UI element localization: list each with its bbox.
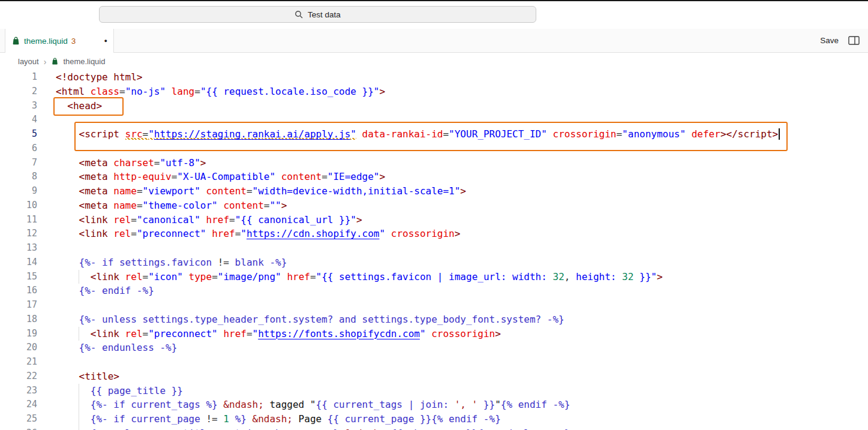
code-token: class <box>91 86 119 97</box>
tab-theme-liquid[interactable]: theme.liquid 3 ● <box>5 29 114 53</box>
code-line[interactable]: 16 {%- endif -%} <box>0 284 868 298</box>
code-token <box>56 413 91 425</box>
line-number[interactable]: 7 <box>0 156 37 170</box>
line-number[interactable]: 11 <box>0 213 37 227</box>
line-number[interactable]: 4 <box>0 113 37 127</box>
code-line[interactable]: 10 <meta name="theme-color" content=""> <box>0 199 868 213</box>
line-number[interactable]: 19 <box>0 327 37 341</box>
code-token: {{ shop.name }}{% endunless -%} <box>391 428 570 430</box>
code-token: <script <box>79 128 119 140</box>
line-number[interactable]: 20 <box>0 341 37 355</box>
code-line[interactable]: 11 <link rel="canonical" href="{{ canoni… <box>0 213 868 227</box>
code-token: {{ page_title }} <box>91 385 183 396</box>
line-number[interactable]: 14 <box>0 255 37 270</box>
line-number[interactable]: 8 <box>0 170 37 184</box>
code-token: != <box>206 413 217 425</box>
save-button[interactable]: Save <box>820 36 839 45</box>
code-token: > <box>495 328 501 339</box>
code-token <box>56 100 67 112</box>
code-editor-window: { "colors": { "annot": "#e8720e", "tag":… <box>0 0 868 430</box>
code-token: > <box>460 185 466 197</box>
code-token: crossorigin <box>431 328 495 339</box>
code-line[interactable]: 5 <script src="https://staging.rankai.ai… <box>0 127 868 142</box>
code-token: "utf-8" <box>160 157 200 169</box>
code-token: "{{ settings.favicon | image_url: width: <box>316 271 553 282</box>
chevron-right-icon: › <box>44 57 47 67</box>
code-line[interactable]: 21 <box>0 355 868 369</box>
code-token: = <box>616 128 622 140</box>
code-token: = <box>247 328 253 339</box>
code-token: > <box>380 86 386 97</box>
code-token <box>56 385 91 396</box>
code-token: {%- unless page_title contains shop.name… <box>91 428 339 430</box>
code-token <box>56 185 79 197</box>
line-number[interactable]: 17 <box>0 298 37 312</box>
code-token: <html <box>56 86 85 97</box>
code-line[interactable]: 17 <box>0 298 868 312</box>
indent-guide <box>79 384 79 398</box>
code-line[interactable]: 2<html class="no-js" lang="{{ request.lo… <box>0 85 868 99</box>
code-line[interactable]: 18 {%- unless settings.type_header_font.… <box>0 312 868 327</box>
line-number[interactable]: 24 <box>0 398 37 412</box>
code-line[interactable]: 22 <title> <box>0 369 868 384</box>
line-number[interactable]: 13 <box>0 241 37 255</box>
line-number[interactable]: 9 <box>0 184 37 199</box>
code-line[interactable]: 1<!doctype html> <box>0 70 868 85</box>
line-number[interactable]: 21 <box>0 355 37 369</box>
line-number[interactable]: 6 <box>0 142 37 156</box>
line-number[interactable]: 26 <box>0 426 37 430</box>
line-number[interactable]: 5 <box>0 127 37 142</box>
code-token <box>206 228 212 239</box>
code-token <box>56 171 79 182</box>
code-token: {% endif -%} <box>501 399 570 410</box>
code-token: > <box>356 214 362 225</box>
code-line[interactable]: 8 <meta http-equiv="X-UA-Compatible" con… <box>0 170 868 184</box>
code-line[interactable]: 20 {%- endunless -%} <box>0 341 868 355</box>
search-input[interactable]: Test data <box>99 6 536 23</box>
code-token: = <box>235 228 241 239</box>
code-token: > <box>455 228 461 239</box>
code-line[interactable]: 3 <head> <box>0 99 868 113</box>
tab-bar-actions: Save <box>820 29 868 52</box>
code-line[interactable]: 9 <meta name="viewport" content="width=d… <box>0 184 868 199</box>
code-token: content <box>281 171 322 182</box>
code-line[interactable]: 7 <meta charset="utf-8"> <box>0 156 868 170</box>
line-number[interactable]: 3 <box>0 99 37 113</box>
line-number[interactable]: 10 <box>0 199 37 213</box>
breadcrumb-item-layout[interactable]: layout <box>18 57 39 66</box>
code-token: type <box>189 271 212 282</box>
code-line[interactable]: 15 <link rel="icon" type="image/png" hre… <box>0 270 868 284</box>
code-line[interactable]: 23 {{ page_title }} <box>0 384 868 398</box>
modified-dot[interactable]: ● <box>104 38 107 44</box>
code-token <box>385 428 391 430</box>
line-number[interactable]: 1 <box>0 70 37 85</box>
code-line[interactable]: 6 <box>0 142 868 156</box>
code-token <box>119 271 125 282</box>
code-line[interactable]: 26 {%- unless page_title contains shop.n… <box>0 426 868 430</box>
code-token: lang <box>172 86 195 97</box>
code-line[interactable]: 24 {%- if current_tags %} &ndash; tagged… <box>0 398 868 412</box>
line-number[interactable]: 2 <box>0 85 37 99</box>
code-token: }}" <box>633 271 657 282</box>
tab-badge: 3 <box>71 37 76 46</box>
code-token: rel <box>113 214 131 225</box>
line-number[interactable]: 22 <box>0 369 37 384</box>
code-line[interactable]: 14 {%- if settings.favicon != blank -%} <box>0 255 868 270</box>
line-number[interactable]: 18 <box>0 312 37 327</box>
code-token: = <box>154 157 160 169</box>
code-line[interactable]: 4 <box>0 113 868 127</box>
line-number[interactable]: 25 <box>0 412 37 426</box>
line-number[interactable]: 23 <box>0 384 37 398</box>
code-editor[interactable]: 1<!doctype html>2<html class="no-js" lan… <box>0 70 868 429</box>
code-line[interactable]: 25 {%- if current_page != 1 %} &ndash; P… <box>0 412 868 426</box>
line-number[interactable]: 12 <box>0 227 37 241</box>
code-token: " <box>241 228 247 239</box>
code-line[interactable]: 13 <box>0 241 868 255</box>
code-token: = <box>212 271 218 282</box>
code-line[interactable]: 19 <link rel="preconnect" href="https://… <box>0 327 868 341</box>
split-editor-icon[interactable] <box>848 36 860 45</box>
line-number[interactable]: 15 <box>0 270 37 284</box>
line-number[interactable]: 16 <box>0 284 37 298</box>
code-line[interactable]: 12 <link rel="preconnect" href="https://… <box>0 227 868 241</box>
breadcrumb-item-file[interactable]: theme.liquid <box>63 57 105 66</box>
